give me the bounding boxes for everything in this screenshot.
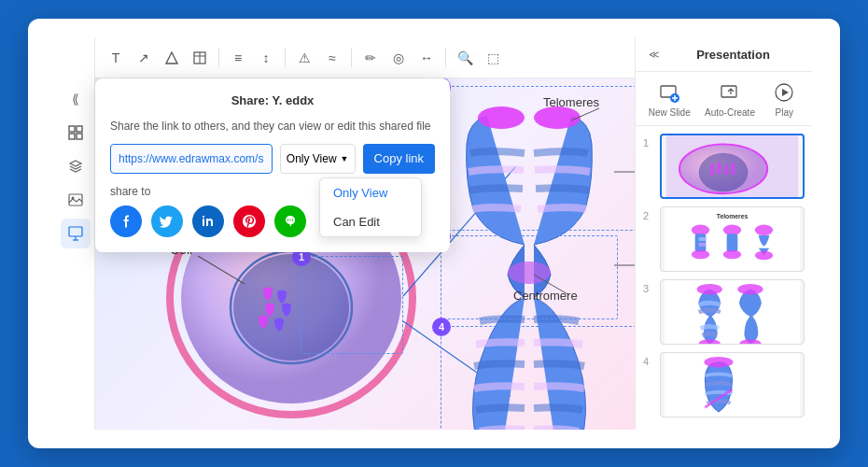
selection-box-1: 1 (301, 256, 403, 354)
line-button[interactable] (274, 205, 306, 237)
slide-item-4[interactable]: 4 (643, 352, 805, 417)
svg-point-56 (755, 224, 773, 235)
image-icon[interactable] (61, 185, 91, 215)
right-panel: ≪ Presentation New Slide Auto-Create P (635, 37, 812, 430)
svg-rect-54 (727, 234, 738, 251)
url-input[interactable] (110, 144, 273, 174)
svg-marker-38 (782, 89, 789, 96)
svg-rect-51 (699, 243, 707, 247)
svg-point-57 (755, 251, 773, 261)
url-row: Only View ▼ Copy link Only View Can Edit (110, 144, 435, 174)
share-modal: Share: Y. eddx Share the link to others,… (95, 78, 450, 252)
permission-label: Only View (287, 152, 337, 165)
toolbar-align-icon[interactable]: ≡ (225, 45, 251, 71)
slide-number-4: 4 (643, 352, 654, 367)
auto-create-icon (715, 79, 745, 106)
svg-point-41 (699, 153, 749, 191)
svg-rect-44 (724, 164, 728, 175)
toolbar-divider-3 (351, 49, 352, 67)
slides-list: 1 (636, 126, 812, 434)
pinterest-button[interactable] (233, 205, 265, 237)
svg-rect-50 (699, 237, 707, 241)
toolbar-pen-icon[interactable]: ✏ (357, 45, 384, 71)
new-slide-label: New Slide (649, 107, 691, 118)
auto-create-label: Auto-Create (705, 107, 755, 118)
toolbar-zoom-icon[interactable]: 🔍 (452, 45, 478, 71)
toolbar-warning-icon[interactable]: ⚠ (291, 45, 317, 71)
permission-select[interactable]: Only View ▼ (280, 144, 356, 174)
toolbar-wave-icon[interactable]: ≈ (319, 45, 345, 71)
facebook-button[interactable] (110, 205, 142, 237)
slide-thumb-1[interactable] (660, 134, 805, 199)
collapse-button[interactable]: ≪ (645, 45, 664, 64)
svg-point-61 (737, 284, 763, 295)
selection-box-3: 3 (441, 235, 618, 319)
permission-dropdown: Only View Can Edit (319, 177, 422, 237)
svg-rect-58 (665, 280, 801, 344)
new-slide-icon (654, 79, 684, 106)
toolbar-divider-1 (218, 49, 219, 67)
layers-icon[interactable] (61, 151, 91, 181)
play-label: Play (776, 107, 793, 118)
new-slide-action[interactable]: New Slide (649, 79, 691, 118)
slide-number-2: 2 (643, 206, 654, 221)
toolbar-table-icon[interactable] (187, 45, 213, 71)
dropdown-only-view[interactable]: Only View (320, 178, 421, 207)
svg-rect-2 (69, 134, 75, 139)
copy-link-button[interactable]: Copy link (363, 144, 435, 174)
svg-rect-45 (732, 163, 735, 175)
selection-box-2: 2 (441, 86, 655, 231)
slide-item-3[interactable]: 3 (643, 279, 805, 345)
svg-rect-0 (69, 126, 75, 132)
svg-point-55 (723, 250, 741, 260)
toolbar-arrow-icon[interactable]: ↗ (131, 45, 157, 71)
toolbar-divider-2 (285, 49, 286, 67)
svg-rect-1 (77, 126, 82, 132)
toolbar-text-icon[interactable]: T (103, 45, 129, 71)
auto-create-action[interactable]: Auto-Create (705, 79, 755, 118)
toolbar-shape-icon[interactable] (159, 45, 185, 71)
svg-rect-49 (695, 234, 707, 251)
svg-rect-6 (69, 227, 82, 236)
linkedin-button[interactable] (192, 205, 224, 237)
left-sidebar: ⟪ (56, 37, 95, 430)
toolbar-distribute-icon[interactable]: ↕ (253, 45, 279, 71)
slide-item-1[interactable]: 1 (643, 134, 805, 199)
toolbar-grid-icon[interactable]: ⬚ (480, 45, 506, 71)
slide-number-1: 1 (643, 134, 654, 149)
panel-title: Presentation (664, 48, 803, 62)
main-canvas: ⟪ T ↗ ≡ ↕ ⚠ ≈ ✏ ◎ ↔ 🔍 ⬚ (28, 19, 840, 448)
slide-number-3: 3 (643, 279, 654, 294)
svg-rect-43 (717, 162, 721, 174)
toolbar-divider-4 (445, 49, 446, 67)
play-icon (769, 79, 799, 106)
svg-rect-3 (77, 134, 82, 139)
modal-title: Share: Y. eddx (110, 93, 435, 107)
slide-item-2[interactable]: 2 Telomeres (643, 206, 805, 272)
svg-point-64 (704, 357, 733, 368)
panel-header: ≪ Presentation (636, 37, 812, 72)
twitter-button[interactable] (151, 205, 183, 237)
svg-point-59 (697, 284, 722, 295)
dropdown-can-edit[interactable]: Can Edit (320, 207, 421, 236)
svg-line-17 (198, 256, 245, 284)
selection-number-4: 4 (432, 318, 451, 336)
permission-chevron: ▼ (341, 154, 349, 163)
slide-thumb-3[interactable] (660, 279, 805, 345)
svg-text:Telomeres: Telomeres (717, 213, 749, 219)
present-icon[interactable] (61, 219, 91, 248)
svg-marker-9 (166, 52, 177, 64)
play-action[interactable]: Play (769, 79, 799, 118)
slide-thumb-2[interactable]: Telomeres (660, 206, 805, 272)
svg-point-52 (692, 250, 709, 260)
expand-icon[interactable]: ⟪ (61, 84, 91, 114)
selection-box-4: 4 (441, 326, 655, 430)
toolbar: T ↗ ≡ ↕ ⚠ ≈ ✏ ◎ ↔ 🔍 ⬚ (95, 37, 663, 78)
shapes-icon[interactable] (61, 118, 91, 148)
toolbar-resize-icon[interactable]: ↔ (413, 45, 440, 71)
slide-thumb-4[interactable] (660, 352, 805, 417)
modal-description: Share the link to others, and they can v… (110, 119, 435, 134)
toolbar-circle-icon[interactable]: ◎ (385, 45, 412, 71)
svg-rect-35 (721, 86, 736, 97)
svg-rect-42 (710, 163, 714, 176)
